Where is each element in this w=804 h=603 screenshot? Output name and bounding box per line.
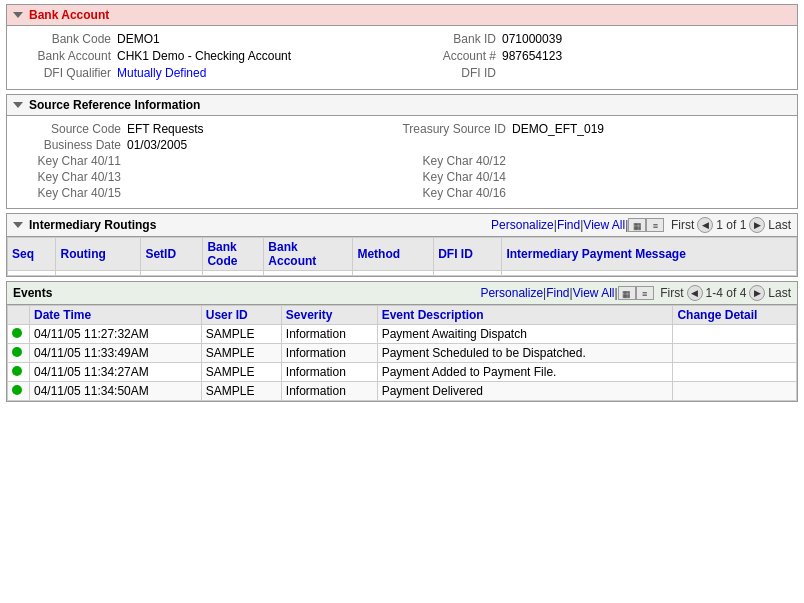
source-code-value: EFT Requests bbox=[127, 122, 203, 136]
bank-id-row: Bank ID 071000039 bbox=[402, 32, 787, 46]
bank-id-value: 071000039 bbox=[502, 32, 562, 46]
dfi-id-row: DFI ID bbox=[402, 66, 787, 80]
events-toolbar: Personalize | Find | View All | ▦ ≡ Firs… bbox=[58, 285, 791, 301]
intermediary-nav-info: First ◀ 1 of 1 ▶ Last bbox=[671, 217, 791, 233]
status-dot bbox=[12, 385, 22, 395]
events-find-link[interactable]: Find bbox=[546, 286, 569, 300]
key-char-4012-label: Key Char 40/12 bbox=[402, 154, 512, 168]
col-dot bbox=[8, 306, 30, 325]
status-dot bbox=[12, 328, 22, 338]
intermediary-header: Intermediary Routings Personalize | Find… bbox=[7, 214, 797, 237]
bank-account-fields: Bank Code DEMO1 Bank Account CHK1 Demo -… bbox=[17, 32, 787, 83]
key-char-4015-row: Key Char 40/15 bbox=[17, 186, 402, 200]
table-row: 04/11/05 11:34:27AM SAMPLE Information P… bbox=[8, 363, 797, 382]
col-dfi-id: DFI ID bbox=[434, 238, 502, 271]
key-char-4014-label: Key Char 40/14 bbox=[402, 170, 512, 184]
col-userid: User ID bbox=[201, 306, 281, 325]
collapse-icon[interactable] bbox=[13, 12, 23, 18]
business-date-row: Business Date 01/03/2005 bbox=[17, 138, 787, 152]
intermediary-body: Seq Routing SetID BankCode BankAccount M… bbox=[7, 237, 797, 276]
source-ref-section: Source Reference Information Source Code… bbox=[6, 94, 798, 209]
events-viewall-link[interactable]: View All bbox=[573, 286, 615, 300]
intermediary-personalize-link[interactable]: Personalize bbox=[491, 218, 554, 232]
col-datetime: Date Time bbox=[30, 306, 202, 325]
events-personalize-link[interactable]: Personalize bbox=[480, 286, 543, 300]
business-date-value: 01/03/2005 bbox=[127, 138, 187, 152]
col-bank-account: BankAccount bbox=[264, 238, 353, 271]
dfi-qualifier-row: DFI Qualifier Mutually Defined bbox=[17, 66, 402, 80]
bank-account-right-col: Bank ID 071000039 Account # 987654123 DF… bbox=[402, 32, 787, 83]
intermediary-toolbar: Personalize | Find | View All | ▦ ≡ Firs… bbox=[162, 217, 791, 233]
col-event-desc: Event Description bbox=[377, 306, 673, 325]
bank-account-title: Bank Account bbox=[29, 8, 109, 22]
source-ref-header: Source Reference Information bbox=[7, 95, 797, 116]
treasury-source-value: DEMO_EFT_019 bbox=[512, 122, 604, 136]
intermediary-collapse-icon[interactable] bbox=[13, 222, 23, 228]
intermediary-viewall-link[interactable]: View All bbox=[583, 218, 625, 232]
source-collapse-icon[interactable] bbox=[13, 102, 23, 108]
events-next-btn[interactable]: ▶ bbox=[749, 285, 765, 301]
intermediary-prev-btn[interactable]: ◀ bbox=[697, 217, 713, 233]
key-chars-row1: Key Char 40/11 Key Char 40/12 bbox=[17, 154, 787, 170]
intermediary-next-btn[interactable]: ▶ bbox=[749, 217, 765, 233]
col-routing: Routing bbox=[56, 238, 141, 271]
intermediary-section: Intermediary Routings Personalize | Find… bbox=[6, 213, 798, 277]
bank-account-header: Bank Account bbox=[7, 5, 797, 26]
source-ref-title: Source Reference Information bbox=[29, 98, 200, 112]
account-num-value: 987654123 bbox=[502, 49, 562, 63]
intermediary-grid-icon[interactable]: ▦ bbox=[628, 218, 646, 232]
intermediary-table: Seq Routing SetID BankCode BankAccount M… bbox=[7, 237, 797, 276]
bank-code-label: Bank Code bbox=[17, 32, 117, 46]
bank-account-left-col: Bank Code DEMO1 Bank Account CHK1 Demo -… bbox=[17, 32, 402, 83]
col-change-detail: Change Detail bbox=[673, 306, 797, 325]
col-method: Method bbox=[353, 238, 434, 271]
treasury-source-label: Treasury Source ID bbox=[402, 122, 512, 136]
events-section: Events Personalize | Find | View All | ▦… bbox=[6, 281, 798, 402]
key-char-4015-label: Key Char 40/15 bbox=[17, 186, 127, 200]
intermediary-find-link[interactable]: Find bbox=[557, 218, 580, 232]
key-char-4014-row: Key Char 40/14 bbox=[402, 170, 787, 184]
key-char-4013-label: Key Char 40/13 bbox=[17, 170, 127, 184]
table-row bbox=[8, 271, 797, 276]
key-char-4012-row: Key Char 40/12 bbox=[402, 154, 787, 168]
events-list-icon[interactable]: ≡ bbox=[636, 286, 654, 300]
bank-account-section: Bank Account Bank Code DEMO1 Bank Accoun… bbox=[6, 4, 798, 90]
key-chars-row2: Key Char 40/13 Key Char 40/14 bbox=[17, 170, 787, 186]
status-dot bbox=[12, 366, 22, 376]
treasury-source-row: Treasury Source ID DEMO_EFT_019 bbox=[402, 122, 787, 136]
dfi-qualifier-value: Mutually Defined bbox=[117, 66, 206, 80]
intermediary-list-icon[interactable]: ≡ bbox=[646, 218, 664, 232]
business-date-label: Business Date bbox=[17, 138, 127, 152]
col-payment-msg: Intermediary Payment Message bbox=[502, 238, 797, 271]
bank-account-row: Bank Account CHK1 Demo - Checking Accoun… bbox=[17, 49, 402, 63]
col-seq: Seq bbox=[8, 238, 56, 271]
intermediary-title: Intermediary Routings bbox=[29, 218, 156, 232]
table-row: 04/11/05 11:34:50AM SAMPLE Information P… bbox=[8, 382, 797, 401]
col-setid: SetID bbox=[141, 238, 203, 271]
bank-id-label: Bank ID bbox=[402, 32, 502, 46]
bank-account-value: CHK1 Demo - Checking Account bbox=[117, 49, 291, 63]
key-char-4016-label: Key Char 40/16 bbox=[402, 186, 512, 200]
bank-account-label: Bank Account bbox=[17, 49, 117, 63]
events-grid-icon[interactable]: ▦ bbox=[618, 286, 636, 300]
events-nav-info: First ◀ 1-4 of 4 ▶ Last bbox=[660, 285, 791, 301]
key-char-4011-row: Key Char 40/11 bbox=[17, 154, 402, 168]
table-row: 04/11/05 11:33:49AM SAMPLE Information P… bbox=[8, 344, 797, 363]
source-code-label: Source Code bbox=[17, 122, 127, 136]
events-table: Date Time User ID Severity Event Descrip… bbox=[7, 305, 797, 401]
key-char-4013-row: Key Char 40/13 bbox=[17, 170, 402, 184]
events-prev-btn[interactable]: ◀ bbox=[687, 285, 703, 301]
key-char-4016-row: Key Char 40/16 bbox=[402, 186, 787, 200]
account-num-row: Account # 987654123 bbox=[402, 49, 787, 63]
key-char-4011-label: Key Char 40/11 bbox=[17, 154, 127, 168]
col-severity: Severity bbox=[281, 306, 377, 325]
events-title: Events bbox=[13, 286, 52, 300]
dfi-id-label: DFI ID bbox=[402, 66, 502, 80]
source-top-row: Source Code EFT Requests Treasury Source… bbox=[17, 122, 787, 138]
bank-account-body: Bank Code DEMO1 Bank Account CHK1 Demo -… bbox=[7, 26, 797, 89]
source-ref-body: Source Code EFT Requests Treasury Source… bbox=[7, 116, 797, 208]
source-code-row: Source Code EFT Requests bbox=[17, 122, 402, 136]
col-bank-code: BankCode bbox=[203, 238, 264, 271]
account-num-label: Account # bbox=[402, 49, 502, 63]
dfi-qualifier-label: DFI Qualifier bbox=[17, 66, 117, 80]
